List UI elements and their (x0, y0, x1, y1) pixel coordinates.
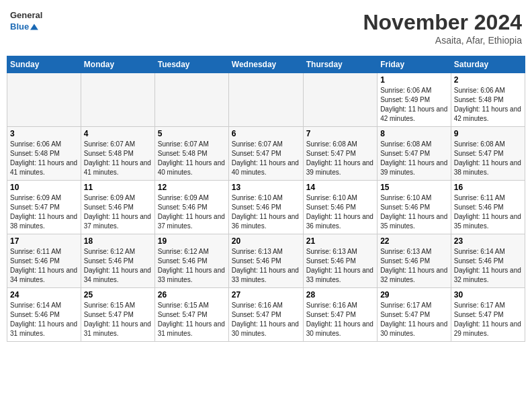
day-info: Sunrise: 6:09 AMSunset: 5:46 PMDaylight:… (84, 193, 152, 231)
cell-week4-day1: 17Sunrise: 6:11 AMSunset: 5:46 PMDayligh… (7, 234, 81, 288)
cell-week2-day4: 6Sunrise: 6:07 AMSunset: 5:47 PMDaylight… (228, 127, 303, 181)
day-info: Sunrise: 6:13 AMSunset: 5:46 PMDaylight:… (380, 247, 448, 285)
cell-week3-day4: 13Sunrise: 6:10 AMSunset: 5:46 PMDayligh… (228, 181, 303, 234)
day-info: Sunrise: 6:15 AMSunset: 5:47 PMDaylight:… (84, 301, 152, 338)
day-number: 4 (84, 129, 152, 138)
day-number: 20 (232, 236, 300, 246)
location-subtitle: Asaita, Afar, Ethiopia (363, 35, 522, 46)
day-info: Sunrise: 6:10 AMSunset: 5:46 PMDaylight:… (380, 193, 448, 231)
cell-week2-day2: 4Sunrise: 6:07 AMSunset: 5:48 PMDaylight… (81, 127, 154, 181)
cell-week5-day3: 26Sunrise: 6:15 AMSunset: 5:47 PMDayligh… (154, 288, 228, 342)
day-number: 5 (158, 129, 226, 138)
cell-week4-day5: 21Sunrise: 6:13 AMSunset: 5:46 PMDayligh… (303, 234, 377, 288)
day-number: 12 (158, 183, 226, 192)
cell-week4-day2: 18Sunrise: 6:12 AMSunset: 5:46 PMDayligh… (81, 234, 154, 288)
day-info: Sunrise: 6:12 AMSunset: 5:46 PMDaylight:… (158, 247, 226, 285)
logo: General Blue (10, 10, 38, 34)
day-info: Sunrise: 6:16 AMSunset: 5:47 PMDaylight:… (232, 301, 300, 338)
header-sunday: Sunday (7, 56, 81, 73)
week-row-5: 24Sunrise: 6:14 AMSunset: 5:46 PMDayligh… (7, 288, 525, 342)
day-info: Sunrise: 6:16 AMSunset: 5:47 PMDaylight:… (306, 301, 374, 338)
day-number: 1 (380, 75, 448, 85)
day-number: 15 (380, 183, 448, 192)
header-monday: Monday (81, 56, 154, 73)
day-number: 3 (10, 129, 78, 138)
calendar-header: Sunday Monday Tuesday Wednesday Thursday… (7, 56, 525, 73)
header-friday: Friday (378, 56, 451, 73)
cell-week5-day4: 27Sunrise: 6:16 AMSunset: 5:47 PMDayligh… (228, 288, 303, 342)
header-row: Sunday Monday Tuesday Wednesday Thursday… (7, 56, 525, 73)
day-info: Sunrise: 6:07 AMSunset: 5:48 PMDaylight:… (84, 140, 152, 177)
cell-week3-day3: 12Sunrise: 6:09 AMSunset: 5:46 PMDayligh… (154, 181, 228, 234)
day-info: Sunrise: 6:09 AMSunset: 5:46 PMDaylight:… (158, 193, 226, 231)
day-info: Sunrise: 6:15 AMSunset: 5:47 PMDaylight:… (158, 301, 226, 338)
cell-week1-day5 (303, 73, 377, 127)
cell-week1-day6: 1Sunrise: 6:06 AMSunset: 5:49 PMDaylight… (378, 73, 451, 127)
day-info: Sunrise: 6:10 AMSunset: 5:46 PMDaylight:… (232, 193, 300, 231)
day-number: 24 (10, 290, 78, 300)
day-info: Sunrise: 6:06 AMSunset: 5:48 PMDaylight:… (454, 86, 522, 124)
cell-week2-day3: 5Sunrise: 6:07 AMSunset: 5:48 PMDaylight… (154, 127, 228, 181)
title-block: November 2024 Asaita, Afar, Ethiopia (363, 10, 522, 46)
day-number: 22 (380, 236, 448, 246)
day-info: Sunrise: 6:14 AMSunset: 5:46 PMDaylight:… (454, 247, 522, 285)
week-row-3: 10Sunrise: 6:09 AMSunset: 5:47 PMDayligh… (7, 181, 525, 234)
day-number: 16 (454, 183, 522, 192)
day-number: 23 (454, 236, 522, 246)
day-number: 11 (84, 183, 152, 192)
cell-week5-day2: 25Sunrise: 6:15 AMSunset: 5:47 PMDayligh… (81, 288, 154, 342)
week-row-2: 3Sunrise: 6:06 AMSunset: 5:48 PMDaylight… (7, 127, 525, 181)
cell-week5-day7: 30Sunrise: 6:17 AMSunset: 5:47 PMDayligh… (451, 288, 525, 342)
cell-week1-day2 (81, 73, 154, 127)
cell-week4-day3: 19Sunrise: 6:12 AMSunset: 5:46 PMDayligh… (154, 234, 228, 288)
cell-week3-day6: 15Sunrise: 6:10 AMSunset: 5:46 PMDayligh… (378, 181, 451, 234)
day-info: Sunrise: 6:10 AMSunset: 5:46 PMDaylight:… (306, 193, 374, 231)
day-info: Sunrise: 6:14 AMSunset: 5:46 PMDaylight:… (10, 301, 78, 338)
cell-week5-day1: 24Sunrise: 6:14 AMSunset: 5:46 PMDayligh… (7, 288, 81, 342)
day-info: Sunrise: 6:06 AMSunset: 5:48 PMDaylight:… (10, 140, 78, 177)
day-number: 17 (10, 236, 78, 246)
day-number: 8 (380, 129, 448, 138)
cell-week3-day7: 16Sunrise: 6:11 AMSunset: 5:46 PMDayligh… (451, 181, 525, 234)
day-number: 2 (454, 75, 522, 85)
day-number: 26 (158, 290, 226, 300)
day-info: Sunrise: 6:07 AMSunset: 5:47 PMDaylight:… (232, 140, 300, 177)
day-info: Sunrise: 6:08 AMSunset: 5:47 PMDaylight:… (454, 140, 522, 177)
day-number: 19 (158, 236, 226, 246)
day-info: Sunrise: 6:13 AMSunset: 5:46 PMDaylight:… (306, 247, 374, 285)
cell-week5-day6: 29Sunrise: 6:17 AMSunset: 5:47 PMDayligh… (378, 288, 451, 342)
day-number: 6 (232, 129, 300, 138)
header-wednesday: Wednesday (228, 56, 303, 73)
day-number: 21 (306, 236, 374, 246)
day-number: 9 (454, 129, 522, 138)
cell-week1-day7: 2Sunrise: 6:06 AMSunset: 5:48 PMDaylight… (451, 73, 525, 127)
day-info: Sunrise: 6:07 AMSunset: 5:48 PMDaylight:… (158, 140, 226, 177)
calendar-table: Sunday Monday Tuesday Wednesday Thursday… (7, 56, 525, 342)
cell-week4-day6: 22Sunrise: 6:13 AMSunset: 5:46 PMDayligh… (378, 234, 451, 288)
cell-week3-day2: 11Sunrise: 6:09 AMSunset: 5:46 PMDayligh… (81, 181, 154, 234)
day-number: 10 (10, 183, 78, 192)
calendar-body: 1Sunrise: 6:06 AMSunset: 5:49 PMDaylight… (7, 73, 525, 342)
day-info: Sunrise: 6:11 AMSunset: 5:46 PMDaylight:… (454, 193, 522, 231)
cell-week2-day7: 9Sunrise: 6:08 AMSunset: 5:47 PMDaylight… (451, 127, 525, 181)
day-number: 25 (84, 290, 152, 300)
day-info: Sunrise: 6:12 AMSunset: 5:46 PMDaylight:… (84, 247, 152, 285)
day-number: 18 (84, 236, 152, 246)
day-number: 30 (454, 290, 522, 300)
header-saturday: Saturday (451, 56, 525, 73)
week-row-1: 1Sunrise: 6:06 AMSunset: 5:49 PMDaylight… (7, 73, 525, 127)
day-number: 28 (306, 290, 374, 300)
day-info: Sunrise: 6:17 AMSunset: 5:47 PMDaylight:… (380, 301, 448, 338)
day-info: Sunrise: 6:13 AMSunset: 5:46 PMDaylight:… (232, 247, 300, 285)
header-thursday: Thursday (303, 56, 377, 73)
cell-week2-day5: 7Sunrise: 6:08 AMSunset: 5:47 PMDaylight… (303, 127, 377, 181)
day-info: Sunrise: 6:09 AMSunset: 5:47 PMDaylight:… (10, 193, 78, 231)
header-tuesday: Tuesday (154, 56, 228, 73)
cell-week4-day7: 23Sunrise: 6:14 AMSunset: 5:46 PMDayligh… (451, 234, 525, 288)
day-number: 13 (232, 183, 300, 192)
cell-week3-day5: 14Sunrise: 6:10 AMSunset: 5:46 PMDayligh… (303, 181, 377, 234)
day-info: Sunrise: 6:17 AMSunset: 5:47 PMDaylight:… (454, 301, 522, 338)
cell-week2-day6: 8Sunrise: 6:08 AMSunset: 5:47 PMDaylight… (378, 127, 451, 181)
day-info: Sunrise: 6:08 AMSunset: 5:47 PMDaylight:… (306, 140, 374, 177)
day-number: 14 (306, 183, 374, 192)
